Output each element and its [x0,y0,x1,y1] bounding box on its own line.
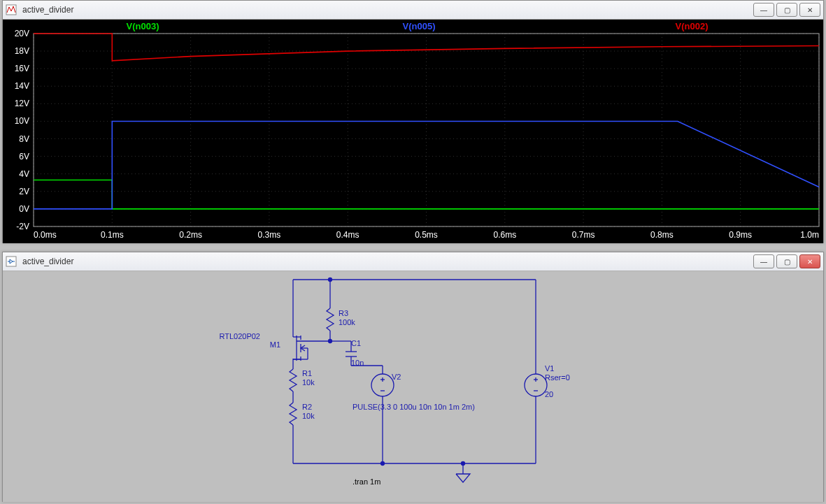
y-tick-label: 10V [15,116,29,126]
v1-param: Rser=0 [545,373,570,382]
legend-V(n003)[interactable]: V(n003) [127,21,159,31]
close-button[interactable]: ✕ [799,254,820,268]
r1-label: R1 [302,369,312,377]
c1-label: C1 [351,339,361,347]
close-button[interactable]: ✕ [799,3,820,17]
minimize-icon: — [760,6,767,14]
r3-label: R3 [339,309,348,317]
minimize-button[interactable]: — [753,3,774,17]
y-tick-label: -2V [16,222,29,231]
y-tick-label: 8V [19,134,29,144]
svg-point-70 [329,278,332,282]
v1-label: V1 [545,364,554,373]
x-tick-label: 0.2ms [179,230,202,240]
waveform-plot[interactable]: 20V18V16V14V12V10V8V6V4V2V0V-2V0.0ms0.1m… [3,20,823,243]
schematic-svg: RTL020P02 M1 R1 10k R2 10k R3 100k C1 10… [3,271,823,502]
schematic-canvas[interactable]: RTL020P02 M1 R1 10k R2 10k R3 100k C1 10… [3,271,823,502]
r1-value: 10k [302,378,315,387]
minimize-icon: — [760,258,767,266]
svg-point-63 [525,374,547,396]
svg-point-72 [381,462,385,466]
svg-point-71 [329,340,332,343]
x-tick-label: 0.9ms [729,230,752,240]
schematic-title: active_divider [20,257,753,266]
legend-V(n002)[interactable]: V(n002) [676,21,708,31]
m1-label: M1 [270,340,280,349]
x-tick-label: 0.3ms [258,230,281,240]
maximize-icon: ▢ [784,258,790,266]
waveform-titlebar: active_divider — ▢ ✕ [3,1,823,20]
maximize-button[interactable]: ▢ [776,3,797,17]
v2-value: PULSE(3.3 0 100u 10n 10n 1m 2m) [353,403,475,411]
y-tick-label: 18V [15,46,29,56]
minimize-button[interactable]: — [753,254,774,268]
x-tick-label: 0.0ms [34,230,57,240]
close-icon: ✕ [807,6,813,14]
y-tick-label: 2V [19,187,29,196]
y-tick-label: 16V [15,64,29,73]
x-tick-label: 0.8ms [650,230,674,240]
waveform-icon [6,4,17,15]
x-tick-label: 0.4ms [336,230,359,240]
x-tick-label: 1.0m [800,230,819,240]
maximize-icon: ▢ [784,6,790,14]
y-tick-label: 14V [15,81,29,91]
v1-value: 20 [545,390,553,398]
maximize-button[interactable]: ▢ [776,254,797,268]
x-tick-label: 0.7ms [572,230,595,240]
svg-point-58 [371,374,394,396]
v2-label: V2 [392,373,401,381]
svg-point-73 [462,462,465,466]
spice-directive: .tran 1m [353,477,380,486]
window-controls: — ▢ ✕ [753,254,820,268]
y-tick-label: 20V [15,29,29,38]
x-tick-label: 0.1ms [101,230,124,240]
x-tick-label: 0.6ms [493,230,516,240]
r2-label: R2 [302,403,312,411]
schematic-icon [6,256,17,267]
y-tick-label: 4V [19,169,29,179]
waveform-title: active_divider [20,5,753,15]
y-tick-label: 6V [19,152,29,161]
y-tick-label: 12V [15,99,29,108]
legend-V(n005)[interactable]: V(n005) [403,21,436,31]
window-controls: — ▢ ✕ [753,3,820,17]
r3-value: 100k [339,318,355,326]
close-icon: ✕ [807,258,813,266]
c1-value: 10n [351,359,364,367]
r2-value: 10k [302,412,315,420]
waveform-window: active_divider — ▢ ✕ 20V18V16V14V12V10V8… [2,0,824,243]
y-tick-label: 0V [19,204,29,214]
m1-model: RTL020P02 [219,332,260,340]
x-tick-label: 0.5ms [415,230,438,240]
schematic-window: active_divider — ▢ ✕ [2,252,824,502]
schematic-titlebar: active_divider — ▢ ✕ [3,252,823,271]
